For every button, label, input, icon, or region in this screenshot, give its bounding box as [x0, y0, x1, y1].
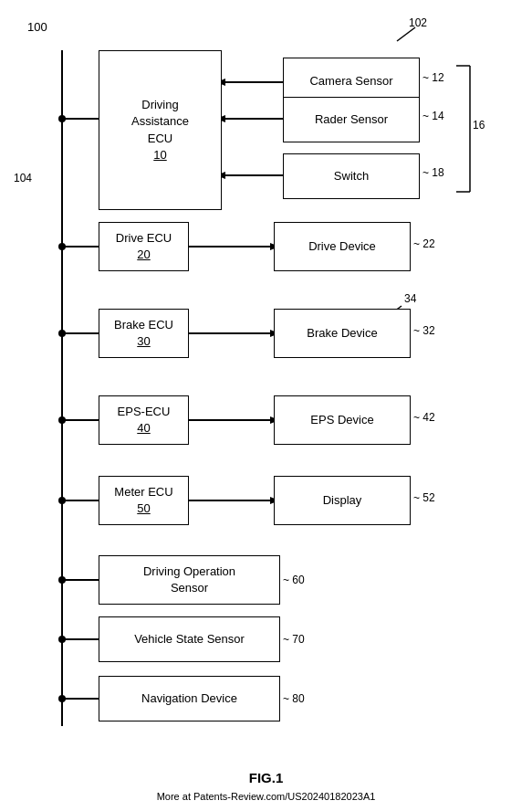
ref-22: ~ 22 [413, 237, 435, 250]
fig-label: FIG.1 [0, 770, 532, 785]
brake-device-box: Brake Device [274, 309, 411, 358]
vehicle-state-sensor-label: Vehicle State Sensor [134, 631, 245, 648]
ref-18: ~ 18 [422, 166, 444, 179]
meter-ecu-ref: 50 [137, 500, 150, 517]
eps-device-box: EPS Device [274, 395, 411, 445]
diagram: 100 102 104 DrivingAssistanceECU 10 Came… [0, 0, 532, 811]
eps-ecu-label: EPS-ECU [118, 404, 171, 420]
brake-device-label: Brake Device [307, 325, 377, 342]
svg-point-8 [58, 416, 66, 424]
ref-60: ~ 60 [283, 574, 305, 586]
svg-point-6 [58, 330, 66, 337]
ref-14: ~ 14 [422, 110, 444, 122]
eps-ecu-ref: 40 [137, 420, 150, 437]
svg-point-18 [58, 695, 66, 702]
driving-op-sensor-box: Driving OperationSensor [99, 555, 280, 605]
drive-device-box: Drive Device [274, 222, 411, 271]
ref-80: ~ 80 [283, 692, 305, 705]
drive-ecu-label: Drive ECU [116, 230, 172, 247]
ref-42: ~ 42 [413, 411, 435, 424]
driving-ecu-label: DrivingAssistanceECU [131, 97, 189, 147]
ref-32: ~ 32 [413, 324, 435, 337]
ref-102-label: 102 [409, 16, 427, 29]
switch-box: Switch [283, 153, 420, 199]
brake-ecu-label: Brake ECU [114, 317, 173, 333]
drive-device-label: Drive Device [308, 238, 376, 255]
navigation-device-label: Navigation Device [141, 690, 237, 707]
camera-sensor-label: Camera Sensor [309, 73, 392, 90]
meter-ecu-label: Meter ECU [114, 484, 172, 500]
brake-ecu-ref: 30 [137, 333, 150, 350]
ref-104-label: 104 [14, 172, 32, 184]
ref-100-label: 100 [27, 20, 47, 34]
switch-label: Switch [334, 168, 369, 184]
watermark: More at Patents-Review.com/US20240182023… [0, 791, 532, 802]
drive-ecu-ref: 20 [137, 247, 150, 263]
svg-point-2 [58, 115, 66, 122]
vehicle-state-sensor-box: Vehicle State Sensor [99, 616, 280, 662]
eps-device-label: EPS Device [310, 412, 373, 428]
navigation-device-box: Navigation Device [99, 676, 280, 721]
ref-16: 16 [473, 119, 485, 132]
svg-point-10 [58, 497, 66, 504]
radar-sensor-label: Rader Sensor [315, 111, 388, 128]
brake-ecu-box: Brake ECU 30 [99, 309, 189, 358]
driving-op-sensor-label: Driving OperationSensor [143, 563, 235, 596]
ref-34: 34 [404, 292, 416, 305]
svg-point-4 [58, 243, 66, 250]
drive-ecu-box: Drive ECU 20 [99, 222, 189, 271]
ref-12: ~ 12 [422, 71, 444, 84]
ref-52: ~ 52 [413, 491, 435, 504]
svg-point-15 [58, 636, 66, 643]
display-box: Display [274, 476, 411, 525]
driving-ecu-ref: 10 [153, 147, 166, 163]
ref-70: ~ 70 [283, 633, 305, 646]
eps-ecu-box: EPS-ECU 40 [99, 395, 189, 445]
radar-sensor-box: Rader Sensor [283, 97, 420, 142]
meter-ecu-box: Meter ECU 50 [99, 476, 189, 525]
svg-line-38 [397, 27, 415, 41]
driving-assistance-ecu-box: DrivingAssistanceECU 10 [99, 50, 222, 210]
svg-point-12 [58, 576, 66, 584]
display-label: Display [323, 492, 362, 509]
